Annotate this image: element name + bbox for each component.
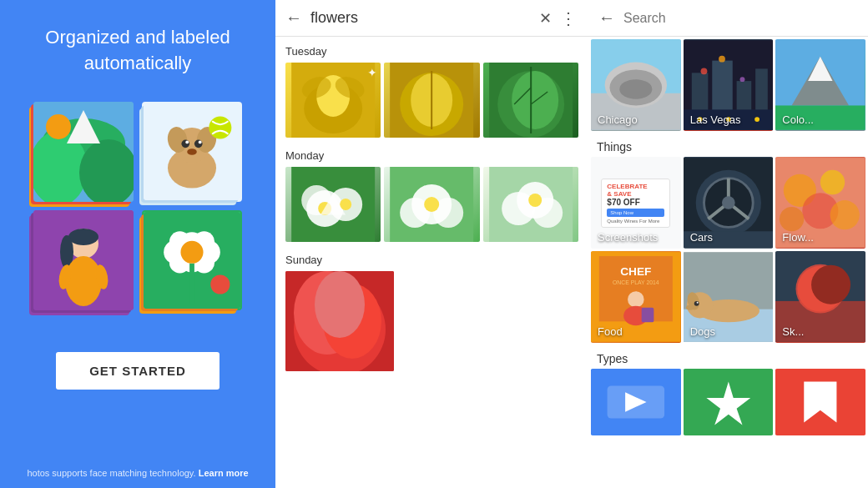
left-panel: Organized and labeled automatically: [0, 0, 275, 488]
type-icon-1: [591, 369, 681, 435]
butterfly-flower-svg: [285, 63, 381, 138]
svg-text:ONCE PLAY 2014: ONCE PLAY 2014: [613, 279, 659, 285]
place-card-lasvegas[interactable]: Las Vegas: [684, 39, 774, 131]
photo-thumb-tue-2[interactable]: [384, 63, 479, 138]
middle-panel: ← flowers ✕ ⋮ Tuesday ✦: [275, 0, 588, 488]
sunday-section: Sunday: [285, 254, 578, 371]
face-matching-notice: hotos supports face matching technology.…: [0, 468, 275, 478]
sunday-label: Sunday: [285, 254, 578, 266]
thing-card-sky[interactable]: Sk...: [775, 251, 865, 343]
svg-point-16: [209, 116, 231, 138]
close-icon[interactable]: ✕: [539, 9, 552, 28]
svg-point-71: [315, 271, 365, 338]
right-back-icon[interactable]: ←: [598, 8, 615, 28]
girl-card-inner: [33, 210, 134, 310]
svg-point-88: [754, 117, 760, 122]
back-arrow-icon[interactable]: ←: [285, 8, 302, 28]
svg-point-82: [700, 68, 707, 74]
flower-photo-card: [142, 210, 242, 310]
tuesday-label: Tuesday: [285, 45, 578, 58]
things-section-header: Things: [588, 133, 868, 157]
types-section-header: Types: [588, 345, 868, 369]
svg-point-121: [686, 305, 694, 310]
photo-scroll-area[interactable]: Tuesday ✦: [275, 37, 588, 488]
white-flower-svg-2: [384, 167, 479, 242]
photo-thumb-mon-2[interactable]: [384, 167, 479, 242]
flowers-thing-label: Flow...: [782, 231, 814, 244]
face-matching-text: hotos supports face matching technology.: [27, 468, 195, 478]
photo-thumb-mon-1[interactable]: [285, 167, 381, 242]
girl-scene-svg: [33, 210, 134, 310]
get-started-button[interactable]: GET STARTED: [56, 352, 220, 390]
right-search-header: ←: [588, 0, 868, 37]
svg-point-106: [780, 207, 804, 231]
svg-point-111: [628, 291, 644, 308]
tagline: Organized and labeled automatically: [17, 25, 259, 77]
svg-point-19: [68, 229, 98, 245]
sky-label: Sk...: [782, 325, 804, 338]
places-row: Chicago: [588, 37, 868, 133]
things-row-1: CELEBRATE & SAVE $70 OFF Shop Now Qualit…: [588, 157, 868, 251]
svg-point-120: [696, 302, 698, 304]
svg-point-21: [65, 256, 102, 306]
photo-thumb-tue-3[interactable]: [483, 63, 578, 138]
svg-point-61: [424, 197, 439, 212]
thing-card-flowers[interactable]: Flow...: [775, 157, 865, 249]
thing-card-cars[interactable]: Cars: [684, 157, 774, 249]
svg-point-83: [719, 56, 725, 63]
svg-point-84: [739, 77, 744, 82]
things-row-2: CHEF ONCE PLAY 2014 Food: [588, 251, 868, 345]
learn-more-link[interactable]: Learn more: [199, 468, 249, 478]
cars-label: Cars: [690, 231, 713, 244]
search-query-label: flowers: [310, 9, 531, 27]
type-icon-3: [775, 369, 865, 435]
photo-thumb-sun-1[interactable]: [285, 271, 394, 371]
svg-rect-113: [642, 308, 654, 323]
search-header: ← flowers ✕ ⋮: [275, 0, 588, 37]
tuesday-photos: ✦: [285, 63, 578, 138]
svg-point-76: [619, 79, 652, 98]
dog-scene-svg: [144, 103, 240, 200]
flower-scene-svg: [144, 212, 240, 309]
more-options-icon[interactable]: ⋮: [560, 8, 578, 28]
svg-point-66: [528, 194, 542, 207]
place-card-chicago[interactable]: Chicago: [591, 39, 681, 131]
monday-label: Monday: [285, 149, 578, 162]
right-panel: ← Chicago: [588, 0, 868, 488]
photo-thumb-tue-1[interactable]: ✦: [285, 63, 381, 138]
lasvegas-label: Las Vegas: [690, 113, 741, 126]
colo-label: Colo...: [782, 113, 814, 126]
svg-point-12: [194, 139, 203, 148]
svg-point-33: [180, 240, 203, 263]
screenshots-label: Screenshots: [598, 231, 658, 244]
landscape-photo-card: [33, 102, 134, 202]
leaf-svg-2: [384, 63, 479, 138]
svg-point-99: [722, 196, 735, 209]
white-flower-svg-3: [483, 167, 578, 242]
type-card-3[interactable]: [775, 369, 865, 435]
landscape-scene-svg: [33, 102, 134, 202]
girl-photo-card: [33, 210, 134, 310]
type-card-1[interactable]: [591, 369, 681, 435]
screenshot-ad-content: CELEBRATE & SAVE $70 OFF Shop Now Qualit…: [601, 179, 670, 228]
dog-card-inner: [144, 103, 240, 200]
right-scroll-area[interactable]: Chicago: [588, 37, 868, 488]
search-input[interactable]: [623, 11, 858, 26]
flower-card-inner: [144, 212, 240, 309]
dogs-label: Dogs: [690, 325, 715, 338]
thing-card-food[interactable]: CHEF ONCE PLAY 2014 Food: [591, 251, 681, 343]
place-card-colo[interactable]: Colo...: [775, 39, 865, 131]
thing-card-dogs[interactable]: Dogs: [684, 251, 774, 343]
svg-point-105: [830, 200, 860, 229]
svg-point-126: [811, 265, 850, 304]
svg-point-103: [820, 170, 845, 194]
thing-card-screenshots[interactable]: CELEBRATE & SAVE $70 OFF Shop Now Qualit…: [591, 157, 681, 249]
type-card-2[interactable]: [684, 369, 774, 435]
photo-thumb-mon-3[interactable]: [483, 167, 578, 242]
svg-text:CHEF: CHEF: [620, 265, 651, 278]
svg-point-4: [46, 114, 71, 139]
types-row: [588, 369, 868, 435]
svg-point-11: [181, 139, 189, 148]
svg-point-34: [210, 274, 230, 294]
triangle-overlay: [320, 194, 346, 215]
